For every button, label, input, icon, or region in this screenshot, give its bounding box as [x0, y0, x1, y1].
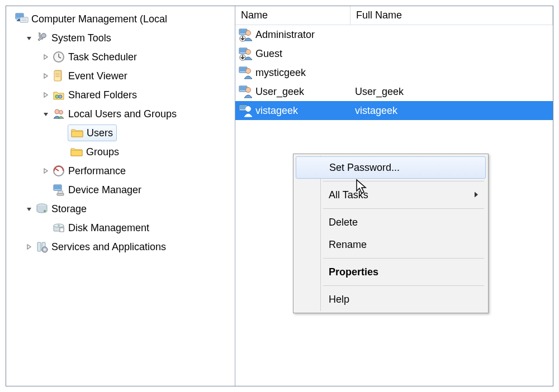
- column-label: Full Name: [356, 9, 402, 21]
- tree-label: Disk Management: [68, 222, 149, 234]
- tree-label: Storage: [51, 203, 87, 215]
- tree-item-system-tools[interactable]: System Tools: [6, 28, 235, 47]
- tree-item-event-viewer[interactable]: Event Viewer: [6, 66, 235, 85]
- user-icon: [239, 84, 253, 99]
- menu-item-set-password[interactable]: Set Password...: [296, 156, 486, 179]
- user-name: Administrator: [255, 29, 315, 41]
- svg-point-33: [44, 248, 46, 251]
- expander-closed-icon[interactable]: [42, 167, 50, 175]
- tree-item-users[interactable]: Users: [6, 123, 235, 142]
- svg-rect-4: [20, 17, 28, 22]
- menu-item-label: Set Password...: [329, 162, 400, 174]
- svg-point-18: [59, 111, 63, 114]
- tree-label: Local Users and Groups: [68, 108, 177, 120]
- table-row[interactable]: Guest: [235, 44, 553, 63]
- svg-point-36: [246, 31, 251, 36]
- table-row[interactable]: User_geek User_geek: [235, 82, 553, 101]
- svg-rect-30: [37, 242, 41, 251]
- tree-label: Task Scheduler: [68, 51, 137, 63]
- tree-label: Computer Management (Local: [31, 13, 167, 25]
- column-header-fullname[interactable]: Full Name: [350, 6, 553, 25]
- user-icon: [239, 103, 253, 118]
- tree-item-device-manager[interactable]: Device Manager: [6, 180, 235, 199]
- expander-open-icon[interactable]: [25, 205, 33, 213]
- clock-icon: [51, 49, 67, 65]
- table-row[interactable]: Administrator: [235, 25, 553, 44]
- tree-item-performance[interactable]: Performance: [6, 161, 235, 180]
- svg-point-28: [58, 224, 60, 227]
- users-groups-icon: [51, 106, 67, 122]
- svg-point-15: [55, 95, 59, 98]
- menu-item-rename[interactable]: Rename: [295, 233, 486, 256]
- tree-item-computer-management[interactable]: Computer Management (Local: [6, 9, 235, 28]
- menu-separator: [323, 181, 484, 181]
- tree-item-task-scheduler[interactable]: Task Scheduler: [6, 47, 235, 66]
- svg-rect-11: [54, 71, 61, 81]
- svg-point-25: [44, 210, 46, 212]
- shared-folders-icon: [51, 87, 67, 103]
- svg-point-44: [246, 69, 251, 74]
- menu-item-help[interactable]: Help: [295, 288, 486, 310]
- tree-label: Groups: [86, 146, 119, 158]
- svg-point-40: [246, 50, 251, 55]
- svg-point-17: [55, 109, 59, 114]
- menu-item-label: Delete: [329, 217, 358, 228]
- table-row[interactable]: vistageek vistageek: [235, 101, 553, 120]
- expander-open-icon[interactable]: [25, 34, 33, 42]
- menu-separator: [323, 285, 484, 286]
- menu-item-delete[interactable]: Delete: [295, 211, 486, 233]
- column-label: Name: [241, 9, 268, 21]
- menu-separator: [323, 208, 484, 209]
- svg-rect-23: [58, 191, 63, 193]
- expander-closed-icon[interactable]: [25, 243, 33, 251]
- tree-item-services-apps[interactable]: Services and Applications: [6, 237, 235, 256]
- svg-rect-29: [60, 228, 64, 232]
- list-body: Administrator Guest mysticgeek: [235, 25, 553, 120]
- event-viewer-icon: [51, 68, 67, 84]
- tree-item-disk-management[interactable]: Disk Management: [6, 218, 235, 237]
- user-icon: [239, 65, 253, 80]
- tree-label: Event Viewer: [68, 70, 127, 82]
- tree-label: Shared Folders: [68, 89, 137, 101]
- menu-item-all-tasks[interactable]: All Tasks: [295, 184, 486, 206]
- svg-point-16: [59, 95, 62, 98]
- user-fullname: User_geek: [355, 86, 404, 98]
- svg-rect-22: [57, 193, 64, 195]
- tree-item-groups[interactable]: Groups: [6, 142, 235, 161]
- table-row[interactable]: mysticgeek: [235, 63, 553, 82]
- tree-label: Services and Applications: [51, 241, 166, 253]
- svg-point-50: [246, 107, 251, 112]
- tree-item-local-users-groups[interactable]: Local Users and Groups: [6, 104, 235, 123]
- column-header-name[interactable]: Name: [235, 6, 350, 25]
- tree-label: Device Manager: [68, 184, 141, 196]
- menu-item-label: Rename: [329, 239, 367, 251]
- disk-management-icon: [51, 220, 67, 236]
- tree-pane: Computer Management (Local System Tools: [6, 6, 235, 386]
- device-manager-icon: [51, 182, 67, 198]
- services-apps-icon: [34, 239, 50, 255]
- menu-item-properties[interactable]: Properties: [295, 261, 486, 283]
- user-name: vistageek: [255, 105, 298, 117]
- expander-open-icon[interactable]: [42, 110, 50, 118]
- menu-item-label: All Tasks: [329, 189, 368, 201]
- tree-item-shared-folders[interactable]: Shared Folders: [6, 85, 235, 104]
- tree-item-storage[interactable]: Storage: [6, 199, 235, 218]
- menu-separator: [323, 258, 484, 259]
- tree-label: Users: [87, 127, 113, 139]
- folder-icon: [69, 144, 84, 160]
- menu-item-label: Properties: [329, 266, 378, 278]
- performance-icon: [51, 163, 67, 179]
- svg-rect-21: [54, 185, 61, 189]
- user-name: mysticgeek: [255, 67, 306, 79]
- svg-point-47: [246, 88, 251, 93]
- expander-closed-icon[interactable]: [42, 72, 50, 80]
- expander-closed-icon[interactable]: [42, 91, 50, 99]
- system-tools-icon: [34, 30, 50, 46]
- user-name: User_geek: [255, 86, 304, 98]
- tree-label: System Tools: [51, 32, 111, 44]
- context-menu: Set Password... All Tasks Delete Rename …: [293, 154, 489, 313]
- expander-closed-icon[interactable]: [42, 53, 50, 61]
- user-fullname: vistageek: [355, 105, 397, 117]
- storage-icon: [34, 201, 50, 217]
- folder-icon: [69, 125, 85, 141]
